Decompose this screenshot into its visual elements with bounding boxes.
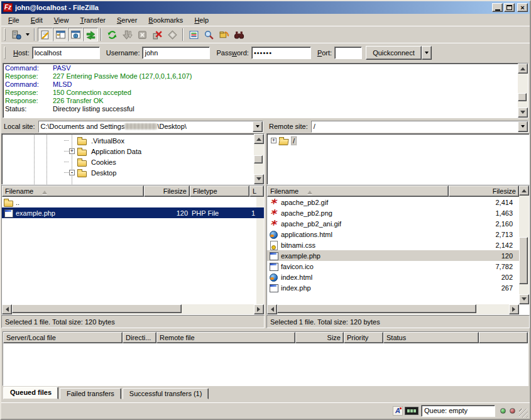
tree-item-cookies[interactable]: Cookies [2,157,254,167]
menu-edit[interactable]: Edit [25,14,48,26]
remote-vertical-scrollbar[interactable] [519,185,529,304]
column-header-filesize[interactable]: Filesize [144,185,190,197]
scroll-right-button[interactable] [509,304,519,314]
site-manager-button[interactable] [8,28,23,41]
local-tree-toggle-button[interactable] [53,28,68,41]
quickconnect-grip[interactable] [4,47,6,59]
remote-tree-toggle-button[interactable] [68,28,83,41]
speed-limits-icon[interactable] [405,407,419,415]
tree-item-virtualbox[interactable]: .VirtualBox [2,135,254,146]
file-row[interactable]: apache_pb2.png 1,463 [267,207,519,218]
scroll-up-button[interactable] [518,64,528,74]
tree-expander[interactable] [69,170,75,175]
scrollbar-thumb[interactable] [12,304,182,313]
file-row-example-php[interactable]: example.php 120 PHP File 1 [2,207,264,218]
reconnect-button[interactable] [165,28,180,41]
refresh-button[interactable] [104,28,119,41]
file-row[interactable]: index.php 267 [267,282,519,293]
remote-site-combo[interactable]: / [311,121,528,133]
menu-bookmarks[interactable]: Bookmarks [143,14,189,26]
file-lists: Filename Filesize Filetype L .. example.… [1,185,530,315]
tab-queued-files[interactable]: Queued files [3,387,58,399]
quickconnect-bar: Host: Username: Password: Port: Quickcon… [1,43,530,62]
column-header-remote-file[interactable]: Remote file [156,332,295,343]
password-input[interactable] [251,47,311,59]
transfer-queue-toggle-button[interactable] [83,28,98,41]
column-header-status[interactable]: Status [383,332,479,343]
synchronized-browsing-button[interactable] [216,28,231,41]
menu-view[interactable]: View [48,14,75,26]
menu-help[interactable]: Help [189,14,214,26]
column-header-filename[interactable]: Filename [2,185,144,197]
scroll-up-button[interactable] [519,185,529,196]
local-tree-scrollbar[interactable] [254,134,264,184]
host-input[interactable] [32,47,100,59]
scroll-up-button[interactable] [254,134,264,144]
cancel-operation-button[interactable] [134,28,150,41]
maximize-button[interactable] [504,3,515,12]
process-queue-button[interactable] [119,28,134,41]
file-row-parent[interactable]: .. [2,197,264,207]
menu-transfer[interactable]: Transfer [74,14,111,26]
column-header-filetype[interactable]: Filetype [190,185,249,197]
minimize-button[interactable] [492,3,503,12]
scroll-down-button[interactable] [518,108,528,118]
file-row[interactable]: index.html 202 [267,272,519,282]
scroll-left-button[interactable] [2,304,12,314]
scroll-left-button[interactable] [267,304,277,314]
scroll-right-button[interactable] [254,304,264,314]
column-header-size[interactable]: Size [295,332,344,343]
tab-successful-transfers[interactable]: Successful transfers (1) [123,388,209,399]
disconnect-button[interactable] [150,28,165,41]
file-row[interactable]: apache_pb2.gif 2,414 [267,197,519,207]
scroll-down-button[interactable] [254,174,264,184]
port-input[interactable] [334,47,362,59]
file-row[interactable]: bitnami.css 2,142 [267,240,519,250]
window-title: john@localhost - FileZilla [15,4,491,11]
scrollbar-thumb[interactable] [518,93,527,101]
column-header-priority[interactable]: Priority [344,332,383,343]
quickconnect-button[interactable]: Quickconnect [366,46,422,60]
local-site-combo[interactable]: C:\Documents and Settings\Desktop\ [38,121,263,133]
directory-comparison-button[interactable] [201,28,216,41]
scroll-down-button[interactable] [519,294,529,304]
menu-file[interactable]: File [3,14,25,26]
find-files-button[interactable] [231,28,246,41]
file-row[interactable]: favicon.ico 7,782 [267,261,519,272]
tree-item-root[interactable]: / [267,135,529,146]
column-header-lastmodified[interactable]: L [249,185,264,197]
column-header-filename[interactable]: Filename [267,185,449,197]
scrollbar-thumb[interactable] [277,304,476,313]
tree-expander[interactable] [69,148,75,154]
close-button[interactable]: × [517,3,528,12]
menu-server[interactable]: Server [111,14,143,26]
log-scrollbar[interactable] [518,64,528,118]
scrollbar-thumb[interactable] [519,237,528,284]
tab-failed-transfers[interactable]: Failed transfers [60,388,121,399]
remote-horizontal-scrollbar[interactable] [267,304,519,314]
quickconnect-dropdown-button[interactable] [422,46,432,60]
arrow-up-icon [520,65,525,70]
scrollbar-thumb[interactable] [254,155,263,163]
username-input[interactable] [142,47,210,59]
remote-site-dropdown-button[interactable] [518,121,528,132]
tree-item-application-data[interactable]: Application Data [2,146,254,157]
local-site-dropdown-button[interactable] [253,121,263,132]
resize-grip-icon[interactable] [519,409,528,417]
arrow-right-icon [257,307,263,312]
column-header-server-local-file[interactable]: Server/Local file [3,332,123,343]
tree-item-desktop[interactable]: Desktop [2,167,254,178]
site-manager-dropdown-button[interactable] [23,28,31,41]
local-horizontal-scrollbar[interactable] [2,304,264,314]
column-header-filesize[interactable]: Filesize [449,185,519,197]
file-row[interactable]: applications.html 2,713 [267,229,519,240]
directory-listing-filters-button[interactable] [186,28,201,41]
remote-site-label: Remote site: [266,123,311,130]
tree-expander[interactable] [271,138,276,143]
file-row[interactable]: apache_pb2_ani.gif 2,160 [267,218,519,229]
data-type-indicator-icon[interactable]: A [393,406,403,416]
column-header-direction[interactable]: Directi... [123,332,156,343]
message-log-toggle-button[interactable] [38,28,53,41]
toolbar-grip[interactable] [4,28,6,41]
file-row-example-php[interactable]: example.php 120 [267,250,519,261]
